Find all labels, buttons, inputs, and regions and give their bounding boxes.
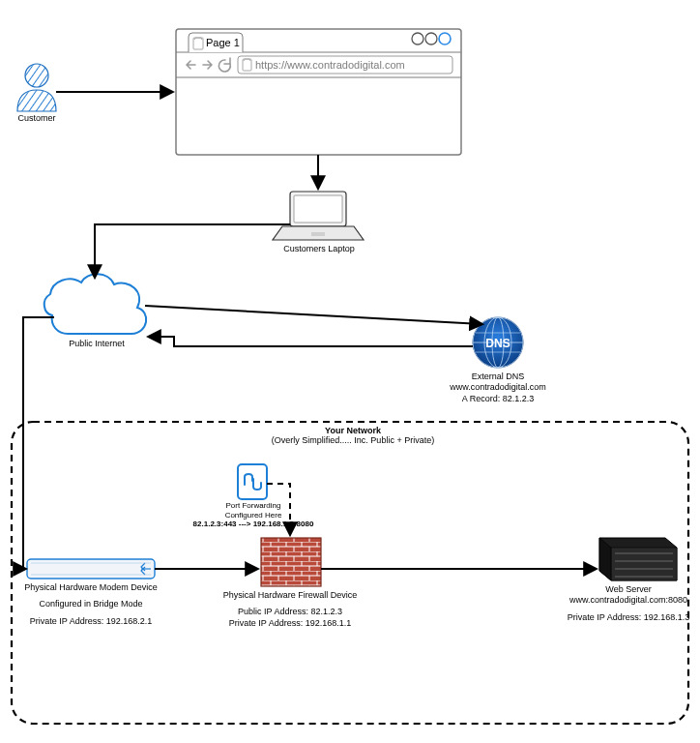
webserver-domain: www.contradodigital.com:8080 — [561, 595, 696, 606]
laptop-icon — [273, 192, 364, 240]
modem-line1: Configured in Bridge Mode — [14, 599, 168, 609]
modem-line2: Private IP Address: 192.168.2.1 — [14, 616, 168, 627]
browser-window: Page 1 https://www.contradodi — [176, 29, 461, 155]
dns-text: DNS — [485, 337, 510, 350]
network-title-2: (Overly Simplified..... Inc. Public + Pr… — [242, 435, 464, 445]
modem-icon — [27, 559, 155, 579]
port-forwarding-icon — [238, 464, 267, 499]
customer-label: Customer — [17, 113, 56, 124]
edge-cloud-to-dns — [145, 306, 481, 324]
dns-label-domain: www.contradodigital.com — [440, 382, 556, 393]
pf-mapping: 82.1.2.3:443 ---> 192.168.1.3:8080 — [157, 520, 350, 529]
port-forwarding-label: Port Forwarding Configured Here 82.1.2.3… — [157, 501, 350, 529]
cloud-icon — [44, 274, 146, 334]
network-title: Your Network (Overly Simplified..... Inc… — [242, 426, 464, 445]
web-server-icon — [599, 538, 677, 580]
svg-rect-14 — [294, 195, 342, 223]
laptop-label: Customers Laptop — [280, 244, 358, 254]
svg-rect-28 — [261, 538, 321, 586]
webserver-title: Web Server — [561, 584, 696, 595]
dns-label-record: A Record: 82.1.2.3 — [440, 394, 556, 404]
firewall-line1: Public IP Address: 82.1.2.3 — [213, 607, 367, 617]
firewall-title: Physical Hardware Firewall Device — [213, 590, 367, 601]
browser-tab-1[interactable]: Page 1 — [189, 33, 243, 52]
modem-label: Physical Hardware Modem Device Configure… — [14, 582, 168, 627]
firewall-icon — [261, 538, 321, 586]
webserver-line2: Private IP Address: 192.168.1.3 — [561, 612, 696, 623]
browser-tab-label: Page 1 — [206, 37, 240, 48]
firewall-label: Physical Hardware Firewall Device Public… — [213, 590, 367, 629]
svg-point-12 — [25, 64, 48, 87]
dns-label: External DNS www.contradodigital.com A R… — [440, 372, 556, 404]
edge-dns-to-cloud — [149, 337, 473, 346]
modem-title: Physical Hardware Modem Device — [14, 582, 168, 593]
address-bar[interactable]: https://www.contradodigital.com — [238, 56, 452, 74]
network-title-1: Your Network — [242, 426, 464, 435]
edge-cloud-to-modem — [23, 317, 54, 569]
address-bar-text: https://www.contradodigital.com — [255, 59, 405, 71]
pf-label-1: Port Forwarding — [157, 501, 350, 511]
pf-label-2: Configured Here — [157, 511, 350, 520]
svg-rect-15 — [311, 232, 325, 236]
edge-laptop-to-cloud — [95, 224, 290, 277]
customer-icon — [17, 64, 56, 111]
svg-rect-24 — [27, 559, 155, 579]
cloud-label: Public Internet — [58, 339, 135, 349]
webserver-label: Web Server www.contradodigital.com:8080 … — [561, 584, 696, 623]
dns-label-title: External DNS — [440, 372, 556, 382]
firewall-line2: Private IP Address: 192.168.1.1 — [213, 618, 367, 629]
